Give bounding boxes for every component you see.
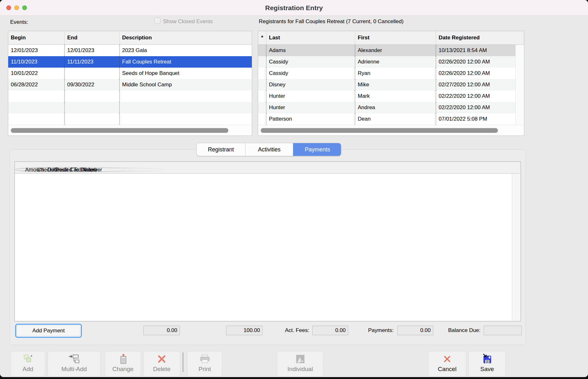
- table-cell: 10/01/2022: [8, 68, 64, 79]
- table-cell: [119, 102, 252, 113]
- cancel-x-icon: [428, 351, 466, 365]
- table-cell: Fall Couples Retreat: [119, 56, 252, 68]
- table-cell: Middle School Camp: [119, 79, 252, 90]
- printer-icon: [187, 351, 222, 365]
- act-fees-field[interactable]: 0.00: [312, 326, 348, 335]
- toolbar-divider: [183, 352, 183, 372]
- table-cell: [258, 68, 266, 79]
- multi-add-icon: [48, 351, 100, 365]
- payment-amount-field[interactable]: 0.00: [143, 326, 180, 335]
- table-row[interactable]: [8, 113, 252, 125]
- table-row[interactable]: [8, 90, 252, 102]
- table-cell: 10/13/2021 8:54 AM: [436, 45, 515, 56]
- balance-due-field[interactable]: [484, 326, 522, 335]
- payments-table-body: [15, 174, 520, 321]
- table-row[interactable]: DisneyMike02/27/2020 12:00 AM: [258, 79, 524, 90]
- table-row[interactable]: 11/10/202311/11/2023Fall Couples Retreat: [8, 56, 252, 68]
- column-header[interactable]: Posted To Ledger: [15, 167, 138, 172]
- table-cell: [64, 113, 119, 125]
- payments-total-field[interactable]: 0.00: [397, 326, 433, 335]
- table-cell: 2023 Gala: [119, 45, 252, 56]
- table-cell: 06/28/2022: [8, 79, 64, 90]
- table-cell: [258, 102, 266, 113]
- table-cell: [258, 79, 266, 90]
- table-cell: [258, 45, 266, 56]
- cancel-button[interactable]: Cancel: [428, 351, 466, 376]
- table-cell: Disney: [266, 79, 355, 90]
- print-button[interactable]: Print: [187, 351, 222, 376]
- individual-button[interactable]: Individual: [277, 351, 323, 376]
- table-row[interactable]: 12/01/202312/01/20232023 Gala: [8, 45, 252, 56]
- change-button[interactable]: Change: [105, 351, 141, 376]
- add-payment-button[interactable]: Add Payment: [17, 325, 80, 336]
- column-header[interactable]: First: [355, 31, 436, 44]
- column-header[interactable]: Begin: [8, 31, 64, 44]
- column-header[interactable]: Last: [266, 31, 355, 44]
- act-fees-label: Act. Fees:: [263, 326, 309, 335]
- table-cell: Cassidy: [266, 56, 355, 68]
- table-cell: [64, 90, 119, 102]
- add-button[interactable]: Add: [10, 351, 45, 376]
- table-row[interactable]: 06/28/202209/30/2022Middle School Camp: [8, 79, 252, 90]
- table-cell: [119, 113, 252, 125]
- add-icon: [11, 351, 45, 365]
- table-cell: 02/27/2020 12:00 AM: [436, 79, 515, 90]
- table-row[interactable]: PattersonDean07/01/2022 5:08 PM: [258, 113, 524, 125]
- column-header[interactable]: Date Registered: [436, 31, 515, 44]
- table-row[interactable]: AdamsAlexander10/13/2021 8:54 AM: [258, 45, 524, 56]
- table-cell: Mark: [355, 90, 436, 102]
- registrants-table-header: *LastFirstDate Registered: [258, 31, 524, 45]
- table-cell: Hunter: [266, 90, 355, 102]
- table-cell: [64, 68, 119, 79]
- screen: Registration Entry Events: Show Closed E…: [0, 0, 588, 379]
- window-title: Registration Entry: [0, 0, 588, 16]
- table-cell: 11/11/2023: [64, 56, 119, 68]
- table-cell: Mike: [355, 79, 436, 90]
- tab-registrant[interactable]: Registrant: [197, 143, 245, 156]
- show-closed-events-label: Show Closed Events: [163, 18, 213, 25]
- events-label: Events:: [10, 19, 28, 25]
- table-cell: 02/22/2020 12:00 AM: [436, 102, 515, 113]
- payments-total-label: Payments:: [347, 326, 394, 335]
- table-cell: 02/26/2020 12:00 AM: [436, 68, 515, 79]
- add-payment-focus-ring: Add Payment: [15, 324, 82, 338]
- delete-button[interactable]: Delete: [143, 351, 180, 376]
- table-cell: [258, 113, 266, 125]
- table-row[interactable]: HunterMark02/22/2020 12:00 AM: [258, 90, 524, 102]
- registrants-label: Registrants for Fall Couples Retreat (7 …: [259, 18, 403, 25]
- table-row[interactable]: CassidyAdrienne02/26/2020 12:00 AM: [258, 56, 524, 68]
- registration-entry-window: Registration Entry Events: Show Closed E…: [0, 0, 588, 377]
- payment-total-field[interactable]: 100.00: [226, 326, 263, 335]
- table-row[interactable]: CassidyRyan02/26/2020 12:00 AM: [258, 68, 524, 79]
- table-row[interactable]: 10/01/2022Seeds of Hope Banquet: [8, 68, 252, 79]
- registrants-hscrollbar[interactable]: [258, 125, 524, 136]
- tab-activities[interactable]: Activities: [245, 143, 293, 156]
- table-cell: Adrienne: [355, 56, 436, 68]
- table-row[interactable]: HunterAndrea02/22/2020 12:00 AM: [258, 102, 524, 113]
- table-cell: Alexander: [355, 45, 436, 56]
- column-header[interactable]: End: [64, 31, 119, 44]
- tab-payments[interactable]: Payments: [293, 143, 341, 156]
- table-cell: [8, 113, 64, 125]
- events-hscrollbar[interactable]: [8, 125, 252, 136]
- save-button[interactable]: Save: [468, 351, 506, 376]
- table-cell: 02/22/2020 12:00 AM: [436, 90, 515, 102]
- multi-add-button[interactable]: Multi-Add: [48, 351, 101, 376]
- payments-table: DateAmountCheck/Credit Card NumberNotesP…: [14, 161, 521, 322]
- table-cell: [258, 90, 266, 102]
- table-cell: 02/26/2020 12:00 AM: [436, 56, 515, 68]
- individual-photo-icon: [277, 351, 323, 365]
- table-cell: Andrea: [355, 102, 436, 113]
- events-table: BeginEndDescription 12/01/202312/01/2023…: [8, 31, 252, 136]
- events-hscroll-thumb[interactable]: [11, 128, 228, 133]
- registrants-hscroll-thumb[interactable]: [261, 128, 498, 133]
- table-row[interactable]: [8, 102, 252, 113]
- registrants-vscrollbar[interactable]: [515, 45, 524, 125]
- column-header[interactable]: *: [258, 31, 266, 44]
- table-cell: 12/01/2023: [8, 45, 64, 56]
- events-table-header: BeginEndDescription: [8, 31, 252, 45]
- show-closed-events-checkbox[interactable]: [154, 17, 160, 24]
- payments-vscrollbar[interactable]: [512, 174, 520, 321]
- table-cell: [64, 102, 119, 113]
- column-header[interactable]: Description: [119, 31, 252, 44]
